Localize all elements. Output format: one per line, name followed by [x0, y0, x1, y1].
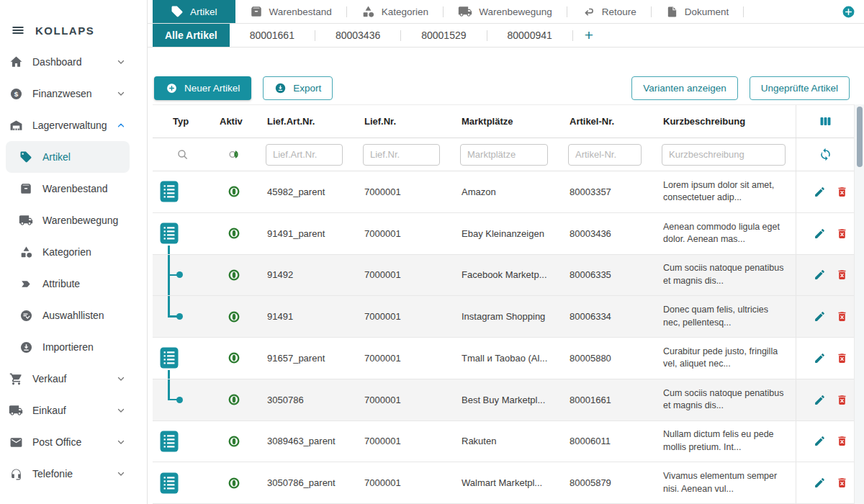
filter-kurzbeschreibung-input[interactable]	[662, 144, 786, 166]
delete-trash-icon[interactable]	[836, 477, 848, 489]
active-status-icon[interactable]	[228, 310, 240, 323]
edit-pencil-icon[interactable]	[814, 394, 826, 406]
subtab-80003436[interactable]: 80003436	[315, 24, 400, 47]
tab-artikel[interactable]: Artikel	[153, 0, 235, 23]
sidebar-item-label: Lagerverwaltung	[32, 120, 107, 131]
export-button[interactable]: Export	[263, 76, 333, 100]
edit-pencil-icon[interactable]	[814, 186, 826, 198]
delete-trash-icon[interactable]	[836, 269, 848, 281]
sidebar-item-artikel[interactable]: Artikel	[6, 141, 130, 173]
sidebar-item-warenbestand[interactable]: Warenbestand	[6, 173, 130, 204]
filter-artikel-nr-input[interactable]	[568, 144, 642, 166]
active-status-icon[interactable]	[228, 477, 240, 490]
delete-trash-icon[interactable]	[836, 186, 848, 198]
active-status-icon[interactable]	[228, 393, 240, 406]
active-status-icon[interactable]	[228, 351, 240, 364]
edit-pencil-icon[interactable]	[814, 228, 826, 240]
search-icon[interactable]	[176, 148, 189, 161]
column-header-artikel-nr[interactable]: Artikel-Nr.	[558, 105, 652, 138]
actions-cell	[796, 213, 854, 254]
artikel-nr-cell: 80003436	[558, 213, 652, 254]
column-header-lief-art-nr[interactable]: Lief.Art.Nr.	[256, 105, 353, 138]
table-row[interactable]: 3050786_parent7000001Walmart Marketpl...…	[153, 462, 854, 504]
subtab-80001661[interactable]: 80001661	[230, 24, 315, 47]
chevron-down-icon	[117, 406, 125, 415]
column-header-kurzbeschreibung[interactable]: Kurzbeschreibung	[652, 105, 796, 138]
vertical-scrollbar-thumb[interactable]	[857, 107, 863, 167]
table-row[interactable]: 914917000001Instagram Shopping80006334Do…	[153, 296, 854, 338]
sidebar-item-auswahllisten[interactable]: Auswahllisten	[6, 300, 130, 331]
sidebar-item-importieren[interactable]: Importieren	[6, 331, 130, 363]
active-filter-toggle-icon[interactable]	[228, 148, 240, 161]
lief-art-nr-cell: 3050786	[256, 379, 353, 420]
sidebar-item-telefonie[interactable]: Telefonie	[6, 458, 130, 490]
edit-pencil-icon[interactable]	[814, 477, 826, 489]
edit-pencil-icon[interactable]	[814, 269, 826, 281]
lief-art-nr-cell: 45982_parent	[256, 171, 353, 212]
tab-dokument[interactable]: Dokument	[652, 0, 744, 23]
sidebar-item-warenbewegung[interactable]: Warenbewegung	[6, 204, 130, 236]
tabs: ArtikelWarenbestandKategorienWarenbewegu…	[153, 0, 744, 23]
columns-icon[interactable]	[819, 114, 832, 128]
subtab-alle-artikel[interactable]: Alle Artikel	[153, 24, 230, 47]
sidebar-item-finanzwesen[interactable]: $Finanzwesen	[6, 78, 130, 109]
table-row[interactable]: 91491_parent7000001Ebay Kleinanzeigen800…	[153, 213, 854, 255]
column-header-lief-nr[interactable]: Lief.Nr.	[353, 105, 450, 138]
subtab-80000941[interactable]: 80000941	[487, 24, 572, 47]
new-article-label: Neuer Artikel	[184, 83, 240, 94]
tab-warenbewegung[interactable]: Warenbewegung	[444, 0, 567, 23]
sidebar-item-dashboard[interactable]: Dashboard	[6, 46, 130, 78]
table-row[interactable]: 3089463_parent7000001Rakuten80006011Null…	[153, 421, 854, 463]
delete-trash-icon[interactable]	[836, 352, 848, 364]
tree-node-dot	[176, 313, 183, 320]
table-row[interactable]: 30507867000001Best Buy Marketpl...800016…	[153, 379, 854, 421]
delete-trash-icon[interactable]	[836, 394, 848, 406]
delete-trash-icon[interactable]	[836, 435, 848, 447]
table-row[interactable]: 45982_parent7000001Amazon80003357Lorem i…	[153, 171, 854, 213]
article-type-parent-icon[interactable]	[160, 347, 179, 369]
vertical-scrollbar-track[interactable]	[854, 104, 864, 504]
article-type-parent-icon[interactable]	[160, 181, 179, 202]
marktplatz-cell: Facebook Marketp...	[450, 255, 558, 296]
tab-kategorien[interactable]: Kategorien	[347, 0, 443, 23]
column-header-typ[interactable]: Typ	[153, 105, 212, 138]
tab-retoure[interactable]: Retoure	[567, 0, 651, 23]
sidebar-item-post-office[interactable]: Post Office	[6, 426, 130, 458]
subtab-80001529[interactable]: 80001529	[401, 24, 486, 47]
article-type-parent-icon[interactable]	[160, 222, 179, 244]
sidebar-item-attribute[interactable]: Attribute	[6, 268, 130, 300]
menu-icon[interactable]	[11, 23, 25, 37]
delete-trash-icon[interactable]	[836, 228, 848, 240]
edit-pencil-icon[interactable]	[814, 352, 826, 364]
article-type-parent-icon[interactable]	[160, 472, 179, 494]
sidebar-item-kategorien[interactable]: Kategorien	[6, 236, 130, 268]
active-status-icon[interactable]	[228, 269, 240, 282]
sidebar-item-verkauf[interactable]: Verkauf	[6, 363, 130, 395]
column-settings-cell	[796, 105, 854, 138]
tab-warenbestand[interactable]: Warenbestand	[235, 0, 346, 23]
active-status-icon[interactable]	[228, 435, 240, 448]
chevron-down-icon	[117, 374, 125, 383]
edit-pencil-icon[interactable]	[814, 435, 826, 447]
sidebar-item-lagerverwaltung[interactable]: Lagerverwaltung	[6, 109, 130, 141]
active-status-icon[interactable]	[228, 227, 240, 240]
unverified-articles-button[interactable]: Ungeprüfte Artikel	[750, 76, 850, 100]
add-tab-button[interactable]	[842, 0, 855, 23]
show-variants-button[interactable]: Varianten anzeigen	[631, 76, 737, 100]
add-article-tab-button[interactable]: +	[573, 24, 605, 47]
edit-pencil-icon[interactable]	[814, 310, 826, 323]
filter-lief-art-nr-input[interactable]	[266, 144, 343, 166]
table-row[interactable]: 914927000001Facebook Marketp...80006335C…	[153, 255, 854, 297]
table-row[interactable]: 91657_parent7000001Tmall и Taobao (Al...…	[153, 338, 854, 379]
refresh-icon[interactable]	[819, 148, 832, 161]
sidebar-item-einkauf[interactable]: Einkauf	[6, 395, 130, 426]
filter-marktplaetze-input[interactable]	[460, 144, 548, 166]
column-header-marktplaetze[interactable]: Marktplätze	[450, 105, 558, 138]
lief-nr-cell: 7000001	[353, 296, 450, 337]
new-article-button[interactable]: Neuer Artikel	[154, 76, 251, 100]
article-type-parent-icon[interactable]	[160, 431, 179, 452]
active-status-icon[interactable]	[228, 185, 240, 198]
column-header-aktiv[interactable]: Aktiv	[212, 105, 256, 138]
delete-trash-icon[interactable]	[836, 310, 848, 323]
filter-lief-nr-input[interactable]	[363, 144, 440, 166]
